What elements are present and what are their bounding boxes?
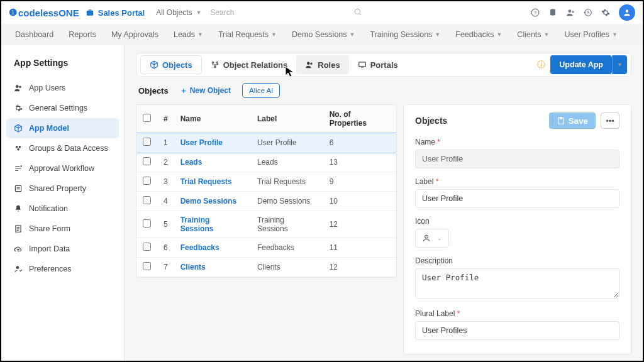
column-header: # [157,105,174,133]
row-checkbox[interactable] [143,196,151,204]
row-label: User Profile [251,133,323,153]
tab-portals[interactable]: Portals [349,55,407,74]
history-icon[interactable] [584,8,592,17]
table-row[interactable]: 1 User Profile User Profile 6 [136,133,396,153]
sidebar-item-app-users[interactable]: App Users [1,78,124,98]
row-name-link[interactable]: Demo Sessions [174,192,251,211]
portal-selector[interactable]: Sales Portal [86,8,145,18]
user-add-icon[interactable] [566,8,575,17]
nav-item-clients[interactable]: Clients▼ [517,30,549,39]
sidebar-item-label: App Model [29,124,69,133]
row-checkbox[interactable] [143,177,151,185]
icon-selector[interactable]: ⌄ [415,229,449,248]
alice-ai-button[interactable]: Alice AI [242,83,280,98]
nav-item-reports[interactable]: Reports [69,30,96,39]
nav-item-trial-requests[interactable]: Trial Requests▼ [218,30,277,39]
person-icon [422,234,431,243]
svg-point-15 [212,62,213,63]
row-props: 13 [323,153,396,172]
row-index: 4 [157,192,174,211]
all-objects-dropdown[interactable]: All Objects ▼ [156,8,201,17]
row-checkbox[interactable] [143,243,151,251]
caret-down-icon: ▼ [196,9,202,16]
search-icon [353,8,362,16]
nav-item-my-approvals[interactable]: My Approvals [111,30,158,39]
avatar[interactable] [619,4,635,21]
tab-objects[interactable]: Objects [140,55,202,74]
svg-point-14 [16,266,19,269]
sidebar: App Settings App UsersGeneral SettingsAp… [1,45,125,362]
description-label: Description [415,256,619,265]
bell-icon [14,204,23,213]
sidebar-item-label: Approval Workflow [29,164,94,173]
select-all-checkbox[interactable] [143,114,151,122]
nav-item-dashboard[interactable]: Dashboard [15,30,53,39]
plural-label-input[interactable] [415,321,619,340]
nav-item-demo-sessions[interactable]: Demo Sessions▼ [292,30,355,39]
nav-item-user-profiles[interactable]: User Profiles▼ [565,30,618,39]
row-label: Feedbacks [251,238,323,258]
row-checkbox[interactable] [143,219,151,228]
cloud-up-icon [14,244,23,253]
sidebar-item-general-settings[interactable]: General Settings [1,98,124,118]
nav-item-training-sessions[interactable]: Training Sessions▼ [370,30,440,39]
table-row[interactable]: 6 Feedbacks Feedbacks 11 [136,238,396,258]
tab-roles[interactable]: Roles [296,55,348,74]
label-input[interactable] [415,189,619,208]
detail-panel: Objects Save ••• Name Label Icon [403,104,631,354]
row-checkbox[interactable] [143,138,151,146]
sidebar-item-approval-workflow[interactable]: Approval Workflow [1,158,124,178]
row-checkbox[interactable] [143,262,151,270]
nav-item-feedbacks[interactable]: Feedbacks▼ [455,30,502,39]
svg-point-17 [214,66,216,67]
row-name-link[interactable]: Clients [174,258,251,277]
search-input[interactable] [208,5,365,20]
table-row[interactable]: 3 Trial Requests Trial Requests 9 [136,172,396,192]
table-row[interactable]: 7 Clients Clients 12 [136,258,396,277]
update-app-button[interactable]: Update App [550,55,612,74]
sidebar-item-preferences[interactable]: Preferences [1,259,124,279]
row-index: 3 [157,172,174,192]
objects-table-card: #NameLabelNo. of Properties 1 User Profi… [136,104,397,278]
database-icon[interactable] [548,8,557,17]
caret-down-icon: ▼ [350,31,355,38]
sidebar-item-import-data[interactable]: Import Data [1,239,124,259]
tab-object-relations[interactable]: Object Relations [202,55,297,74]
nav-label: Trial Requests [218,30,269,39]
sidebar-item-shared-property[interactable]: Shared Property [1,178,124,199]
row-name-link[interactable]: Feedbacks [174,238,251,258]
row-checkbox[interactable] [143,157,151,165]
update-app-split[interactable]: ▼ [612,55,627,74]
row-index: 1 [157,133,174,153]
sidebar-item-groups-data-access[interactable]: Groups & Data Access [1,138,124,158]
row-props: 11 [323,238,396,258]
plus-icon: ＋ [180,85,187,96]
name-input[interactable] [415,150,619,168]
label-label: Label [415,177,619,186]
row-name-link[interactable]: Trial Requests [174,172,251,192]
new-object-button[interactable]: ＋New Object [180,85,231,96]
save-button[interactable]: Save [549,112,596,129]
sidebar-item-app-model[interactable]: App Model [6,118,119,138]
help-icon[interactable]: ? [531,8,540,17]
more-menu-button[interactable]: ••• [601,112,619,129]
row-name-link[interactable]: User Profile [174,133,251,153]
table-row[interactable]: 5 Training Sessions Training Sessions 12 [136,211,396,238]
column-header: Name [174,105,251,133]
table-row[interactable]: 2 Leads Leads 13 [136,153,396,172]
column-header: No. of Properties [323,105,396,133]
description-input[interactable]: User Profile [415,268,619,299]
row-label: Trial Requests [251,172,323,192]
nav-item-leads[interactable]: Leads▼ [174,30,203,39]
nav-label: Demo Sessions [292,30,347,39]
svg-point-6 [16,85,19,88]
sidebar-item-notification[interactable]: Notification [1,199,124,219]
people-icon [14,84,23,92]
settings-icon[interactable] [601,8,610,17]
caret-down-icon: ▼ [544,31,550,38]
table-row[interactable]: 4 Demo Sessions Demo Sessions 10 [136,192,396,211]
info-icon[interactable]: ⓘ [537,59,545,70]
row-name-link[interactable]: Training Sessions [174,211,251,238]
sidebar-item-share-form[interactable]: Share Form [1,219,124,239]
row-name-link[interactable]: Leads [174,153,251,172]
